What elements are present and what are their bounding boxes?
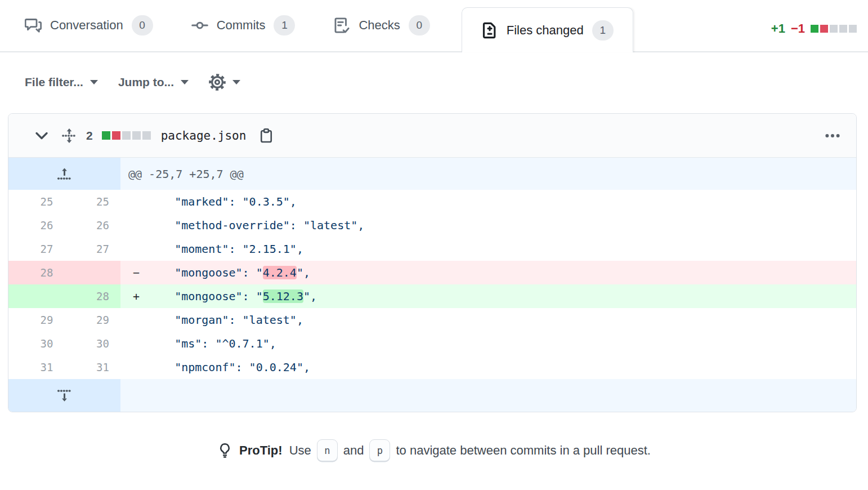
file-name-link[interactable]: package.json <box>161 129 247 142</box>
code-text: "moment": "2.15.1", <box>147 242 303 256</box>
tab-conversation[interactable]: Conversation 0 <box>25 0 153 51</box>
diffstat-block-deleted <box>820 25 828 33</box>
new-line-number: 26 <box>65 213 121 237</box>
new-line-number: 28 <box>65 284 121 308</box>
old-line-number: 28 <box>8 261 65 284</box>
new-line-number <box>65 261 121 284</box>
diff-table: @@ -25,7 +25,7 @@ 25 25 "marked": "0.3.5… <box>8 158 856 412</box>
code-text: "ms": "^0.7.1", <box>147 337 276 350</box>
code-text: "npmconf": "0.0.24", <box>147 360 310 374</box>
diff-line-context: 30 30 "ms": "^0.7.1", <box>8 332 856 355</box>
file-diff-card: 2 package.json @@ <box>8 113 857 412</box>
diff-settings-dropdown[interactable] <box>209 74 240 91</box>
tab-label: Checks <box>359 18 400 33</box>
chevron-down-icon <box>90 80 98 84</box>
new-line-number: 27 <box>65 237 121 261</box>
protip-text: to navigate between commits in a pull re… <box>396 443 650 458</box>
diffstat-block-neutral <box>830 25 838 33</box>
deleted-word-highlight: 4.2.4 <box>263 266 297 279</box>
expand-down-button[interactable] <box>8 379 120 412</box>
code-text: "marked": "0.3.5", <box>147 195 297 208</box>
comment-discussion-icon <box>25 17 42 34</box>
code-text: "mongoose": "4.2.4", <box>147 266 310 279</box>
diffstat-blocks <box>811 25 857 33</box>
old-line-number: 27 <box>8 237 65 261</box>
gear-icon <box>209 74 226 91</box>
expand-all-icon[interactable] <box>61 128 77 144</box>
keyboard-key-n: n <box>317 439 338 461</box>
diff-line-context: 27 27 "moment": "2.15.1", <box>8 237 856 261</box>
diff-toolbar: File filter... Jump to... <box>25 74 868 91</box>
expander-body <box>120 379 856 412</box>
tab-checks[interactable]: Checks 0 <box>333 0 429 51</box>
diff-line-context: 25 25 "marked": "0.3.5", <box>8 190 856 213</box>
protip-text: and <box>343 443 364 458</box>
code-text: "method-override": "latest", <box>147 219 364 232</box>
diffstat-block-added <box>102 131 110 140</box>
file-diffstat-blocks <box>102 131 151 140</box>
additions-count: +1 <box>771 21 785 36</box>
diffstat-block-added <box>811 25 818 33</box>
file-header: 2 package.json <box>8 114 856 158</box>
tab-label: Conversation <box>50 18 123 33</box>
diffstat-summary: +1 −1 <box>771 21 857 36</box>
diff-line-deletion: 28 − "mongoose": "4.2.4", <box>8 261 856 284</box>
code-cell[interactable]: "method-override": "latest", <box>120 213 856 237</box>
diffstat-block-neutral <box>122 131 131 140</box>
code-cell[interactable]: "marked": "0.3.5", <box>120 190 856 213</box>
file-filter-dropdown[interactable]: File filter... <box>25 75 98 89</box>
expand-up-button[interactable] <box>8 158 120 190</box>
jump-to-dropdown[interactable]: Jump to... <box>118 75 189 89</box>
tab-label: Commits <box>217 18 266 33</box>
file-options-kebab-icon[interactable] <box>825 128 840 144</box>
old-line-number: 30 <box>8 332 65 355</box>
clipboard-icon[interactable] <box>258 128 274 144</box>
old-line-number: 25 <box>8 190 65 213</box>
hunk-header: @@ -25,7 +25,7 @@ <box>120 158 856 190</box>
protip: ProTip! Use n and p to navigate between … <box>0 439 868 461</box>
diffstat-block-neutral <box>142 131 151 140</box>
new-line-number: 25 <box>65 190 121 213</box>
tab-label: Files changed <box>507 23 584 38</box>
new-line-number: 29 <box>65 308 121 332</box>
code-cell[interactable]: − "mongoose": "4.2.4", <box>120 261 856 284</box>
diff-line-context: 31 31 "npmconf": "0.0.24", <box>8 355 856 379</box>
diffstat-block-neutral <box>132 131 141 140</box>
pr-tab-bar: Conversation 0 Commits 1 Checks 0 <box>0 0 868 52</box>
old-line-number: 31 <box>8 355 65 379</box>
chevron-down-icon <box>181 80 189 84</box>
checklist-icon <box>333 17 350 34</box>
jump-to-label: Jump to... <box>118 75 174 89</box>
tab-counter: 0 <box>132 15 153 35</box>
code-cell[interactable]: "morgan": "latest", <box>120 308 856 332</box>
deletions-count: −1 <box>791 21 805 36</box>
diff-marker: − <box>133 266 147 279</box>
collapse-file-button[interactable] <box>33 127 50 144</box>
chevron-down-icon <box>232 80 240 84</box>
hunk-header-row: @@ -25,7 +25,7 @@ <box>8 158 856 190</box>
diff-line-context: 26 26 "method-override": "latest", <box>8 213 856 237</box>
diff-line-context: 29 29 "morgan": "latest", <box>8 308 856 332</box>
tab-files-changed[interactable]: Files changed 1 <box>462 7 633 52</box>
code-cell[interactable]: + "mongoose": "5.12.3", <box>120 284 856 308</box>
new-line-number: 30 <box>65 332 121 355</box>
diff-marker: + <box>133 289 147 303</box>
file-diff-icon <box>481 22 498 39</box>
tab-commits[interactable]: Commits 1 <box>191 0 296 51</box>
added-word-highlight: 5.12.3 <box>263 289 303 303</box>
diff-line-addition: 28 + "mongoose": "5.12.3", <box>8 284 856 308</box>
tab-counter: 1 <box>274 15 295 35</box>
file-filter-label: File filter... <box>25 75 83 89</box>
diffstat-block-neutral <box>849 25 857 33</box>
protip-label: ProTip! <box>239 443 283 458</box>
code-cell[interactable]: "ms": "^0.7.1", <box>120 332 856 355</box>
code-cell[interactable]: "npmconf": "0.0.24", <box>120 355 856 379</box>
code-cell[interactable]: "moment": "2.15.1", <box>120 237 856 261</box>
expander-row <box>8 379 856 412</box>
diffstat-block-deleted <box>112 131 120 140</box>
old-line-number: 26 <box>8 213 65 237</box>
tab-counter: 0 <box>409 15 430 35</box>
keyboard-key-p: p <box>369 439 390 461</box>
protip-text: Use <box>289 443 311 458</box>
old-line-number <box>8 284 65 308</box>
